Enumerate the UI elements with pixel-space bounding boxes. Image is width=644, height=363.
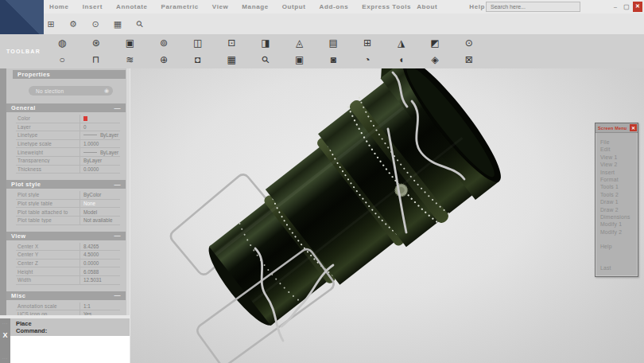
property-row-layer[interactable]: Layer0 xyxy=(16,123,120,132)
property-row-annotation-scale[interactable]: Annotation scale1:1 xyxy=(16,302,120,311)
screen-menu-titlebar[interactable]: Screen Menu ✕ xyxy=(596,123,638,133)
toolbar-icon-r1-1[interactable]: ⊛ xyxy=(90,37,103,49)
property-row-plot-style[interactable]: Plot styleByColor xyxy=(16,191,120,200)
selection-dropdown-icon[interactable]: ◉ xyxy=(104,88,109,94)
toolbar-icon-r2-3[interactable]: ⊕ xyxy=(157,54,170,65)
menu-item-add-ons[interactable]: Add-ons xyxy=(320,3,349,10)
property-value[interactable]: 1.0000 xyxy=(80,140,120,148)
collapse-icon[interactable]: — xyxy=(114,232,121,239)
screen-menu-item-file[interactable]: File xyxy=(600,139,638,146)
toolbar-icon-r1-11[interactable]: ◩ xyxy=(429,37,441,49)
property-value[interactable]: None xyxy=(80,200,120,208)
toolbar-icon-r1-12[interactable]: ⊙ xyxy=(463,37,475,49)
toolbar-icon-r2-2[interactable]: ≋ xyxy=(123,54,136,65)
property-row-plot-style-table[interactable]: Plot style tableNone xyxy=(16,200,120,209)
property-row-center-x[interactable]: Center X8.4265 xyxy=(16,243,120,252)
property-value[interactable]: ByLayer xyxy=(80,148,120,156)
property-value[interactable]: 0.0000 xyxy=(80,166,120,174)
property-row-width[interactable]: Width12.5031 xyxy=(16,276,120,285)
toolbar-icon-r1-5[interactable]: ⊡ xyxy=(225,37,238,49)
property-value[interactable]: 8.4265 xyxy=(80,243,120,251)
toolbar-icon-r1-10[interactable]: ◮ xyxy=(395,37,408,49)
property-value[interactable]: 6.0588 xyxy=(80,267,120,275)
command-window-close-button[interactable]: X xyxy=(2,331,7,339)
screen-menu-item-view-2[interactable]: View 2 xyxy=(600,161,638,168)
menu-item-parametric[interactable]: Parametric xyxy=(161,3,199,10)
screen-menu-item-last[interactable]: Last xyxy=(600,264,638,271)
property-value[interactable]: 1:1 xyxy=(80,302,120,310)
property-value[interactable]: 0 xyxy=(80,123,120,131)
screen-menu-item-modify-1[interactable]: Modify 1 xyxy=(600,221,638,228)
menu-item-home[interactable]: Home xyxy=(49,3,69,10)
toolbar-icon-r1-4[interactable]: ◫ xyxy=(192,37,204,49)
toolbar-icon-r1-3[interactable]: ⊚ xyxy=(157,37,170,49)
minimize-button[interactable]: – xyxy=(611,2,620,12)
toolbar-icon-r2-10[interactable]: ◖ xyxy=(395,54,408,65)
property-row-lineweight[interactable]: LineweightByLayer xyxy=(16,148,120,157)
property-value[interactable]: Model xyxy=(80,208,120,216)
toolbar-icon-r1-7[interactable]: ◬ xyxy=(293,37,306,49)
grip-dots-icon[interactable]: ∙∙∙ xyxy=(2,322,8,325)
menu-item-help[interactable]: Help xyxy=(469,3,485,10)
property-row-center-y[interactable]: Center Y4.5000 xyxy=(16,251,120,260)
collapse-icon[interactable]: — xyxy=(114,292,121,299)
screen-menu-item-insert[interactable]: Insert xyxy=(600,169,638,176)
property-row-center-z[interactable]: Center Z0.0000 xyxy=(16,260,120,268)
property-value[interactable]: 12.5031 xyxy=(80,276,120,284)
toolbar-icon-r1-6[interactable]: ◨ xyxy=(259,37,272,49)
property-row-height[interactable]: Height6.0588 xyxy=(16,267,120,276)
property-row-linetype[interactable]: LinetypeByLayer xyxy=(16,131,120,140)
menu-item-insert[interactable]: Insert xyxy=(83,3,103,10)
gear-icon[interactable]: ⚙ xyxy=(68,19,79,29)
property-value[interactable]: Not available xyxy=(80,217,120,224)
toolbar-icon-r2-4[interactable]: ◘ xyxy=(192,54,204,65)
screen-menu-item-edit[interactable]: Edit xyxy=(600,146,638,153)
close-button[interactable]: ✕ xyxy=(633,2,642,12)
property-row-thickness[interactable]: Thickness0.0000 xyxy=(16,166,120,174)
screen-menu-item-format[interactable]: Format xyxy=(600,176,638,183)
toolbar-icon-r2-9[interactable]: ◔ xyxy=(361,54,374,65)
screen-menu-item-draw-1[interactable]: Draw 1 xyxy=(600,198,638,205)
grip-dots-icon[interactable]: ∙∙∙ xyxy=(2,357,8,360)
toolbar-icon-r2-7[interactable]: ▣ xyxy=(293,54,306,65)
collapse-icon[interactable]: — xyxy=(114,182,121,188)
search-icon[interactable]: ⚲ xyxy=(132,16,147,31)
table-style-icon[interactable]: ⊞ xyxy=(45,19,56,29)
toolbar-icon-r2-0[interactable]: ○ xyxy=(56,54,68,65)
toolbar-icon-r2-11[interactable]: ◈ xyxy=(429,54,441,65)
property-row-plot-table-attached-to[interactable]: Plot table attached toModel xyxy=(16,208,120,217)
toolbar-icon-r1-9[interactable]: ⊞ xyxy=(361,37,374,49)
property-value[interactable] xyxy=(80,115,120,123)
grid-icon[interactable]: ▦ xyxy=(112,19,123,29)
property-value[interactable]: ByLayer xyxy=(80,131,120,139)
menu-item-manage[interactable]: Manage xyxy=(242,3,268,10)
property-value[interactable]: ByLayer xyxy=(80,157,120,165)
menu-item-output[interactable]: Output xyxy=(282,3,306,10)
screen-menu-item-help[interactable]: Help xyxy=(600,243,638,250)
color-swatch[interactable] xyxy=(83,116,87,121)
panel-edge-strip[interactable] xyxy=(0,68,6,315)
screen-menu-item-dimensions[interactable]: Dimensions xyxy=(600,213,638,221)
toolbar-icon-r2-8[interactable]: ◙ xyxy=(327,54,339,65)
screen-menu-item-modify-2[interactable]: Modify 2 xyxy=(600,228,638,236)
command-input-area[interactable] xyxy=(10,336,130,363)
toolbar-icon-r2-12[interactable]: ⊠ xyxy=(463,54,475,65)
menu-item-view[interactable]: View xyxy=(212,3,229,10)
property-row-linetype-scale[interactable]: Linetype scale1.0000 xyxy=(16,140,120,149)
property-value[interactable]: 0.0000 xyxy=(80,260,120,267)
collapse-icon[interactable]: — xyxy=(114,105,121,111)
property-row-color[interactable]: Color xyxy=(16,115,120,123)
toolbar-icon-r2-1[interactable]: ⊓ xyxy=(90,54,103,65)
section-header-misc[interactable]: Misc— xyxy=(6,291,126,300)
section-header-general[interactable]: General— xyxy=(6,103,126,112)
menu-item-annotate[interactable]: Annotate xyxy=(116,3,147,10)
menu-item-about[interactable]: About xyxy=(417,3,437,10)
selection-dropdown[interactable]: No slection ◉ xyxy=(29,86,113,96)
search-input[interactable] xyxy=(486,2,580,12)
property-row-transparency[interactable]: TransparencyByLayer xyxy=(16,157,120,166)
screen-menu-item-tools-2[interactable]: Tools 2 xyxy=(600,191,638,198)
toolbar-icon-r1-8[interactable]: ▤ xyxy=(327,37,339,49)
screen-menu-item-view-1[interactable]: View 1 xyxy=(600,154,638,161)
section-header-plot-style[interactable]: Plot style— xyxy=(6,180,126,189)
toolbar-icon-r1-2[interactable]: ▣ xyxy=(123,37,136,49)
